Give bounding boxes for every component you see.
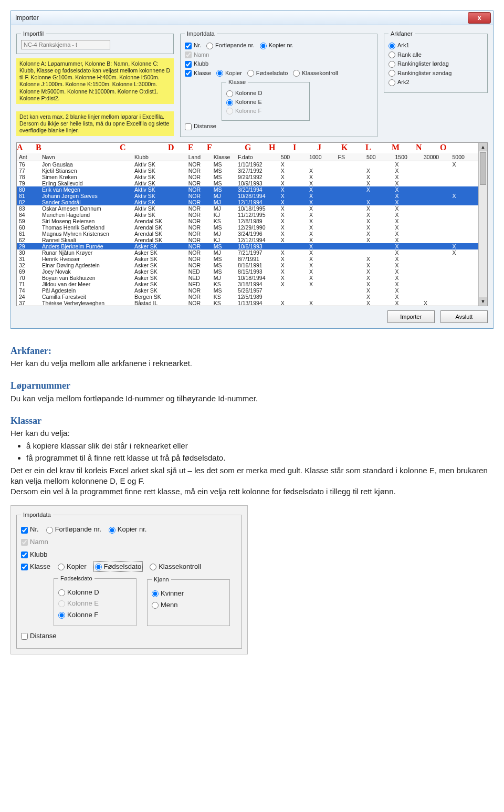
mini-kopiernr-radio[interactable]: Kopier nr. xyxy=(109,525,147,534)
table-row[interactable]: 61Magnus Myhren KristensenArendal SKNORM… xyxy=(17,231,479,237)
mini-klubb-checkbox[interactable]: Klubb xyxy=(21,550,47,559)
mini-menn-radio[interactable]: Menn xyxy=(152,600,225,610)
grid-header-cell[interactable]: Klasse xyxy=(212,153,236,161)
table-cell: 62 xyxy=(17,237,40,243)
nr-checkbox[interactable]: Nr. xyxy=(185,42,201,49)
table-row[interactable]: 71Jildou van der MeerAsker SKNEDKS3/18/1… xyxy=(17,281,479,287)
grid-header-cell[interactable]: 5000 xyxy=(450,153,479,161)
table-row[interactable]: 59Siri Moseng ReiersenArendal SKNORKS12/… xyxy=(17,218,479,224)
scroll-up-icon[interactable]: ▲ xyxy=(479,143,487,151)
table-cell xyxy=(450,168,479,174)
table-row[interactable]: 84Marichen HagelundAktiv SKNORKJ11/12/19… xyxy=(17,212,479,218)
mini-legend: Importdata xyxy=(21,511,53,519)
table-row[interactable]: 30Runar Njåtun KrøyerAsker SKNORMJ7/21/1… xyxy=(17,249,479,256)
table-row[interactable]: 70Boyan van BakhuizenAsker SKNEDMJ10/18/… xyxy=(17,275,479,281)
grid-header-cell[interactable]: Land xyxy=(186,153,212,161)
distanse-checkbox[interactable]: Distanse xyxy=(185,123,216,130)
table-row[interactable]: 83Oskar Arnesen DønnumAktiv SKNORMJ10/18… xyxy=(17,205,479,212)
grid-header-cell[interactable]: Klubb xyxy=(132,153,186,161)
importfil-input[interactable] xyxy=(21,40,110,49)
table-row[interactable]: 69Joey NovakAsker SKNEDMS8/15/1993XXXX xyxy=(17,268,479,275)
grid-header-cell[interactable]: 1500 xyxy=(393,153,422,161)
scroll-down-icon[interactable]: ▼ xyxy=(479,297,487,306)
table-row[interactable]: 24Camilla FarestveitBergen SKNORKS12/5/1… xyxy=(17,294,479,300)
ark-item-2[interactable]: Rankinglister lørdag xyxy=(388,60,483,68)
mini-kold-radio[interactable]: Kolonne D xyxy=(58,588,132,597)
table-cell: 59 xyxy=(17,218,40,224)
table-cell xyxy=(336,161,364,168)
table-cell: X xyxy=(364,281,393,287)
vertical-scrollbar[interactable]: ▲ ▼ xyxy=(478,143,487,306)
close-button[interactable]: x xyxy=(468,12,491,24)
red-col-letter: A xyxy=(17,143,36,153)
table-row[interactable]: 32Einar Døving AgdesteinAsker SKNORMS8/1… xyxy=(17,262,479,268)
table-row[interactable]: 29Anders Bjerkreim FurnéeAsker SKNORMS10… xyxy=(17,243,479,249)
table-cell: X xyxy=(307,199,335,205)
table-cell: X xyxy=(364,186,393,193)
table-cell: MJ xyxy=(212,205,236,212)
fortlopande-radio[interactable]: Fortløpande nr. xyxy=(206,42,255,49)
grid-header-cell[interactable]: F.dato xyxy=(236,153,279,161)
mini-nr-checkbox[interactable]: Nr. xyxy=(21,525,39,534)
table-cell: X xyxy=(393,294,422,300)
red-col-letter: F xyxy=(207,143,245,153)
table-cell: MJ xyxy=(212,231,236,237)
ark-item-label: Rankinglister søndag xyxy=(397,70,452,76)
kolonne-d-radio[interactable]: Kolonne D xyxy=(226,90,305,97)
table-row[interactable]: 37Thérèse VerheyleweghenBåstad ILNORKS1/… xyxy=(17,300,479,306)
scroll-thumb[interactable] xyxy=(480,152,486,185)
table-cell: X xyxy=(393,186,422,193)
table-row[interactable]: 81Johann Jørgen SævesAktiv SKNORMJ10/28/… xyxy=(17,193,479,199)
table-row[interactable]: 77Kjetil StiansenAktiv SKNORMS3/27/1992X… xyxy=(17,168,479,174)
klassekontroll-radio[interactable]: Klassekontroll xyxy=(293,70,338,77)
table-row[interactable]: 60Thomas Henrik SøftelandArendal SKNORMS… xyxy=(17,224,479,231)
table-cell: 8/16/1991 xyxy=(236,262,279,268)
klubb-checkbox[interactable]: Klubb xyxy=(185,60,208,68)
kopier-radio[interactable]: Kopier xyxy=(216,70,242,77)
mini-menn-label: Menn xyxy=(161,601,178,609)
mini-fodsels-radio[interactable]: Fødselsdato xyxy=(94,562,143,571)
grid-header-cell[interactable]: 1000 xyxy=(307,153,335,161)
table-row[interactable]: 80Erik van MegenAktiv SKNORMS3/20/1994XX… xyxy=(17,186,479,193)
table-cell xyxy=(422,287,450,294)
table-row[interactable]: 79Erling SkallevoldAktiv SKNORMS10/9/199… xyxy=(17,180,479,186)
table-cell: X xyxy=(307,281,335,287)
text-arkfaner: Her kan du velja mellom alle arkfanene i… xyxy=(10,358,494,369)
table-cell xyxy=(422,231,450,237)
mini-klasse-checkbox[interactable]: Klasse xyxy=(21,562,50,571)
data-grid[interactable]: ABCDEFGHIJKLMNO AntNavnKlubbLandKlasseF.… xyxy=(16,142,488,306)
ark-item-4[interactable]: Ark2 xyxy=(388,79,483,86)
grid-header-cell[interactable]: 30000 xyxy=(422,153,450,161)
close-action-button[interactable]: Avslutt xyxy=(440,310,488,323)
grid-header-cell[interactable]: Ant xyxy=(17,153,40,161)
fodselsdato-radio[interactable]: Fødselsdato xyxy=(247,70,288,77)
klasse-checkbox[interactable]: Klasse xyxy=(185,70,211,77)
importdata-mini-panel: Importdata Nr. Fortløpande nr. Kopier nr… xyxy=(10,505,248,654)
table-row[interactable]: 31Henrik HvesserAsker SKNORMS8/7/1991XXX… xyxy=(17,256,479,262)
kolonne-e-radio[interactable]: Kolonne E xyxy=(226,99,305,106)
mini-kvinner-radio[interactable]: Kvinner xyxy=(152,589,225,598)
table-row[interactable]: 82Sander SøndrålAktiv SKNORMJ12/1/1994XX… xyxy=(17,199,479,205)
table-row[interactable]: 76Jon GauslaaAktiv SKNORMS1/10/1962XXX xyxy=(17,161,479,168)
mini-distanse-checkbox[interactable]: Distanse xyxy=(21,631,57,641)
import-button[interactable]: Importer xyxy=(387,310,435,323)
mini-fort-radio[interactable]: Fortløpande nr. xyxy=(46,525,101,534)
mini-kopier-radio[interactable]: Kopier xyxy=(58,562,87,571)
kopiernr-radio[interactable]: Kopier nr. xyxy=(260,42,293,49)
mini-klassek-radio[interactable]: Klassekontroll xyxy=(150,562,201,571)
table-cell: MS xyxy=(212,262,236,268)
table-row[interactable]: 74Pål AgdesteinAsker SKNORMS5/26/1957XX xyxy=(17,287,479,294)
grid-header-cell[interactable]: Navn xyxy=(40,153,132,161)
ark-item-0[interactable]: Ark1 xyxy=(388,42,483,49)
red-col-letter: C xyxy=(120,143,168,153)
grid-header-cell[interactable]: FS xyxy=(336,153,364,161)
grid-header-cell[interactable]: 500 xyxy=(279,153,307,161)
ark-item-3[interactable]: Rankinglister søndag xyxy=(388,70,483,77)
table-row[interactable]: 78Simen KrøkenAktiv SKNORMS9/29/1992XXXX xyxy=(17,174,479,180)
table-row[interactable]: 62Rannei SkaaliArendal SKNORKJ12/12/1994… xyxy=(17,237,479,243)
mini-kolf-radio[interactable]: Kolonne F xyxy=(58,610,132,620)
ark-item-1[interactable]: Rank alle xyxy=(388,51,483,59)
table-cell: MS xyxy=(212,186,236,193)
table-cell xyxy=(307,161,335,168)
grid-header-cell[interactable]: 500 xyxy=(364,153,393,161)
